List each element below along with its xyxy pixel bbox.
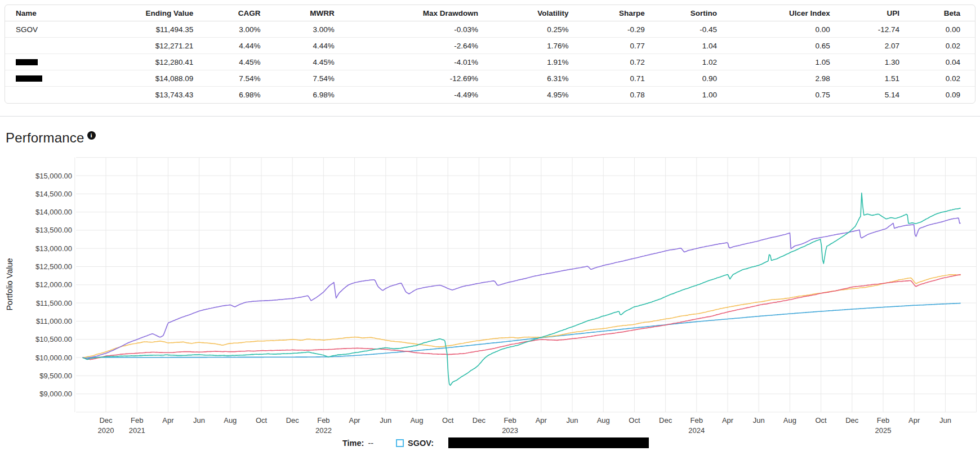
x-axis-labels: Dec2020Feb2021AprJunAugOctDecFeb2022AprJ… <box>98 416 951 435</box>
svg-text:$15,000.00: $15,000.00 <box>35 172 72 180</box>
column-header-sharpe: Sharpe <box>583 5 660 21</box>
metric-cell-mwrr: 7.54% <box>275 70 349 87</box>
column-header-sortino: Sortino <box>660 5 732 21</box>
metric-cell-ulcer-index: 0.75 <box>732 87 845 103</box>
metric-cell-mwrr: 4.45% <box>275 54 349 70</box>
svg-text:$10,500.00: $10,500.00 <box>35 335 72 343</box>
portfolio-name-cell <box>5 54 130 70</box>
metric-cell-beta: 0.00 <box>914 21 975 38</box>
svg-text:Feb: Feb <box>877 416 889 425</box>
metric-cell-mwrr: 6.98% <box>275 87 349 103</box>
svg-text:$9,000.00: $9,000.00 <box>39 390 72 398</box>
table-row-4: $14,088.097.54%7.54%-12.69%6.31%0.710.90… <box>5 70 975 87</box>
svg-text:Apr: Apr <box>722 416 734 425</box>
series-line-portfolio-2 <box>83 275 961 358</box>
gridlines <box>75 158 977 412</box>
metric-cell-max-drawdown: -2.64% <box>349 38 493 54</box>
series-line-portfolio-4 <box>83 193 961 386</box>
svg-text:Jun: Jun <box>567 416 578 425</box>
svg-text:Feb: Feb <box>131 416 143 425</box>
redacted-name <box>16 59 38 65</box>
column-header-ulcer-index: Ulcer Index <box>732 5 845 21</box>
svg-text:2022: 2022 <box>315 426 332 435</box>
svg-text:$12,500.00: $12,500.00 <box>35 262 72 271</box>
svg-text:Dec: Dec <box>473 416 486 425</box>
svg-text:Feb: Feb <box>504 416 516 425</box>
metric-cell-ulcer-index: 0.00 <box>732 21 845 38</box>
svg-text:$10,000.00: $10,000.00 <box>35 354 72 362</box>
metric-cell-ending-value: $12,280.41 <box>130 54 208 70</box>
performance-header: Performance i <box>6 130 96 146</box>
metric-cell-ending-value: $14,088.09 <box>130 70 208 87</box>
svg-text:Dec: Dec <box>845 416 859 425</box>
column-header-max-drawdown: Max Drawdown <box>349 5 493 21</box>
series-line-sgov <box>83 303 961 358</box>
metric-cell-upi: 5.14 <box>845 87 914 103</box>
svg-text:Aug: Aug <box>224 416 237 425</box>
metric-cell-beta: 0.04 <box>914 54 975 70</box>
metric-cell-mwrr: 3.00% <box>275 21 349 38</box>
svg-text:Feb: Feb <box>317 416 329 425</box>
table-row-2: $12,271.214.44%4.44%-2.64%1.76%0.771.040… <box>5 38 975 54</box>
table-header-row: NameEnding ValueCAGRMWRRMax DrawdownVola… <box>5 5 975 21</box>
performance-chart[interactable]: $9,000.00$9,500.00$10,000.00$10,500.00$1… <box>0 149 980 451</box>
svg-text:Oct: Oct <box>815 416 827 425</box>
svg-text:Aug: Aug <box>597 416 610 425</box>
svg-text:Dec: Dec <box>99 416 113 425</box>
metric-cell-cagr: 7.54% <box>208 70 275 87</box>
series-line-portfolio-3 <box>83 275 961 360</box>
metric-cell-sharpe: 0.72 <box>583 54 660 70</box>
metric-cell-sortino: 0.90 <box>660 70 732 87</box>
metric-cell-beta: 0.02 <box>914 70 975 87</box>
metric-cell-ending-value: $11,494.35 <box>130 21 208 38</box>
metric-cell-max-drawdown: -4.01% <box>349 54 493 70</box>
y-axis-labels: $9,000.00$9,500.00$10,000.00$10,500.00$1… <box>35 172 72 399</box>
redacted-name <box>16 75 42 82</box>
metrics-table-container: NameEnding ValueCAGRMWRRMax DrawdownVola… <box>5 5 975 104</box>
column-header-volatility: Volatility <box>493 5 583 21</box>
metric-cell-volatility: 1.76% <box>493 38 583 54</box>
metric-cell-upi: 1.51 <box>845 70 914 87</box>
svg-text:$9,500.00: $9,500.00 <box>39 372 72 380</box>
svg-text:2023: 2023 <box>502 426 518 435</box>
metric-cell-volatility: 6.31% <box>493 70 583 87</box>
svg-text:Dec: Dec <box>286 416 300 425</box>
metric-cell-ulcer-index: 0.65 <box>732 38 845 54</box>
metric-cell-ulcer-index: 1.05 <box>732 54 845 70</box>
svg-text:2025: 2025 <box>875 426 892 435</box>
metric-cell-sortino: 1.02 <box>660 54 732 70</box>
section-divider <box>0 116 980 117</box>
svg-text:2020: 2020 <box>98 426 114 435</box>
sgov-legend-checkbox[interactable] <box>396 439 404 447</box>
metric-cell-cagr: 3.00% <box>208 21 275 38</box>
svg-text:$11,500.00: $11,500.00 <box>36 299 72 307</box>
svg-text:Feb: Feb <box>691 416 703 425</box>
svg-text:Apr: Apr <box>349 416 360 425</box>
table-row-3: $12,280.414.45%4.45%-4.01%1.91%0.721.021… <box>5 54 975 70</box>
svg-text:$11,000.00: $11,000.00 <box>36 317 72 325</box>
metric-cell-sortino: -0.45 <box>660 21 732 38</box>
legend-time-value: -- <box>368 439 373 448</box>
svg-text:$14,000.00: $14,000.00 <box>35 208 72 216</box>
svg-text:$12,000.00: $12,000.00 <box>35 280 72 289</box>
metric-cell-sharpe: -0.29 <box>583 21 660 38</box>
y-axis-title: Portfolio Value <box>5 258 14 310</box>
svg-text:Oct: Oct <box>442 416 454 425</box>
metric-cell-upi: -12.74 <box>845 21 914 38</box>
sgov-legend-value-redacted <box>448 437 649 448</box>
metric-cell-max-drawdown: -4.49% <box>349 87 493 103</box>
svg-text:Jun: Jun <box>939 416 951 425</box>
metric-cell-mwrr: 4.44% <box>275 38 349 54</box>
column-header-ending-value: Ending Value <box>130 5 208 21</box>
portfolio-name-cell: SGOV <box>5 21 130 38</box>
metric-cell-cagr: 4.45% <box>208 54 275 70</box>
svg-text:$13,500.00: $13,500.00 <box>35 226 72 234</box>
performance-title: Performance <box>6 130 84 146</box>
column-header-cagr: CAGR <box>208 5 275 21</box>
metric-cell-max-drawdown: -0.03% <box>349 21 493 38</box>
metric-cell-sortino: 1.00 <box>660 87 732 103</box>
metrics-table: NameEnding ValueCAGRMWRRMax DrawdownVola… <box>5 5 975 103</box>
svg-text:Jun: Jun <box>193 416 205 425</box>
info-icon[interactable]: i <box>87 131 96 140</box>
svg-text:Dec: Dec <box>659 416 672 425</box>
